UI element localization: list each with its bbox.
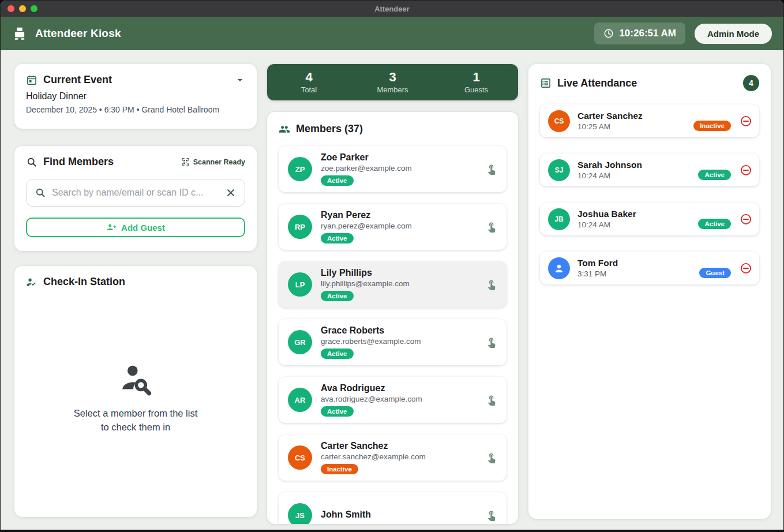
search-icon [26,156,37,168]
touch-icon [486,336,497,348]
remove-icon [740,213,752,226]
attendee-status-badge: Active [698,170,731,180]
touch-icon [486,221,497,233]
attendee-status-badge: Guest [699,268,731,278]
member-row[interactable]: LP Lily Phillips lily.phillips@example.c… [279,261,507,308]
remove-icon [740,164,752,177]
attendance-list: CS Carter Sanchez 10:25 AM Inactive SJ S… [540,104,759,284]
member-name: Carter Sanchez [321,441,477,451]
checkin-empty-state: Select a member from the list to check t… [26,288,245,507]
chevron-down-icon[interactable] [235,75,245,85]
remove-attendee-button[interactable] [740,164,752,177]
member-name: Lily Phillips [321,268,477,278]
member-name: Zoe Parker [321,152,477,163]
stat-total: 4 Total [267,64,351,100]
stat-members-label: Members [377,85,408,94]
members-title: Members (37) [296,123,363,135]
app-header: Attendeer Kiosk 10:26:51 AM Admin Mode [1,17,783,50]
member-avatar: CS [288,445,312,470]
attendee-time: 3:31 PM [577,269,692,278]
remove-attendee-button[interactable] [740,213,752,226]
live-attendance-card: Live Attendance 4 CS Carter Sanchez 10:2… [528,64,771,519]
remove-icon [740,262,752,275]
live-attendance-title: Live Attendance [557,77,637,89]
member-email: ryan.perez@example.com [321,222,477,230]
left-column: Current Event Holiday Dinner December 10… [14,64,257,517]
stat-members-value: 3 [389,70,396,84]
find-members-title: Find Members [43,156,114,168]
person-add-icon [106,222,117,233]
member-status-badge: Inactive [321,464,358,474]
clock-display: 10:26:51 AM [594,23,685,44]
member-email: lily.phillips@example.com [321,279,477,288]
checkin-station-card: Check-In Station Select a member from th… [14,266,257,517]
members-list: ZP Zoe Parker zoe.parker@example.com Act… [279,146,507,524]
admin-mode-button[interactable]: Admin Mode [695,24,772,44]
member-status-badge: Active [321,349,354,359]
touch-icon [486,163,497,175]
member-row[interactable]: RP Ryan Perez ryan.perez@example.com Act… [279,204,507,250]
event-name: Holiday Dinner [26,91,245,102]
stat-total-label: Total [301,85,317,94]
clock-time: 10:26:51 AM [619,28,676,39]
scanner-status-label: Scanner Ready [193,158,245,166]
clear-search-button[interactable] [225,187,237,198]
member-email: zoe.parker@example.com [321,164,477,173]
attendee-name: Sarah Johnson [577,160,691,170]
remove-attendee-button[interactable] [740,115,752,128]
member-row[interactable]: GR Grace Roberts grace.roberts@example.c… [279,319,507,365]
member-row[interactable]: ZP Zoe Parker zoe.parker@example.com Act… [279,146,507,192]
calendar-icon [26,74,37,86]
current-event-title: Current Event [43,74,112,86]
search-input-icon [35,187,46,198]
member-row[interactable]: AR Ava Rodriguez ava.rodriguez@example.c… [279,377,507,423]
attendee-status-badge: Inactive [693,121,731,131]
attendance-count-badge: 4 [743,75,759,91]
right-column: Live Attendance 4 CS Carter Sanchez 10:2… [528,64,771,519]
search-input[interactable] [52,188,219,198]
member-row[interactable]: JS John Smith [279,492,507,524]
qr-scanner-icon [181,158,190,166]
window-title: Attendeer [1,5,783,13]
member-name: John Smith [321,509,477,520]
attendee-avatar: CS [548,110,570,132]
member-email: carter.sanchez@example.com [321,452,477,461]
member-name: Grace Roberts [321,325,477,336]
touch-icon [486,452,497,463]
attendance-row: Tom Ford 3:31 PM Guest [540,252,759,284]
member-status-badge: Active [321,175,354,186]
stat-members: 3 Members [351,64,434,100]
stat-total-value: 4 [305,70,312,84]
attendance-row: SJ Sarah Johnson 10:24 AM Active [540,153,759,186]
stats-bar: 4 Total 3 Members 1 Guests [267,64,518,100]
person-search-icon [118,361,153,396]
member-avatar: RP [288,215,312,239]
attendee-time: 10:24 AM [577,220,691,229]
stat-guests-label: Guests [464,85,488,94]
app-window: Attendeer Attendeer Kiosk 10:26:51 AM Ad… [0,0,784,532]
middle-column: 4 Total 3 Members 1 Guests Members ( [267,64,518,524]
current-event-card: Current Event Holiday Dinner December 10… [14,64,257,129]
person-icon [553,262,565,275]
member-avatar: GR [288,330,312,354]
search-field [26,179,245,207]
attendance-row: JB Joshua Baker 10:24 AM Active [540,203,759,235]
attendee-name: Joshua Baker [577,209,691,219]
stat-guests-value: 1 [472,70,479,84]
attendee-name: Tom Ford [577,258,692,268]
member-email: grace.roberts@example.com [321,337,477,346]
member-avatar: LP [288,272,312,297]
remove-icon [740,115,752,128]
scanner-status: Scanner Ready [181,158,245,166]
add-guest-button[interactable]: Add Guest [26,218,245,237]
touch-icon [486,509,497,521]
stat-guests: 1 Guests [434,64,518,100]
group-icon [279,123,290,135]
attendee-name: Carter Sanchez [577,111,686,121]
member-row[interactable]: CS Carter Sanchez carter.sanchez@example… [279,434,507,481]
member-email: ava.rodriguez@example.com [321,395,477,403]
member-name: Ava Rodriguez [321,383,477,394]
list-icon [540,77,552,89]
event-details: December 10, 2025 • 6:30 PM • Grand Hote… [26,105,245,114]
remove-attendee-button[interactable] [740,262,752,275]
